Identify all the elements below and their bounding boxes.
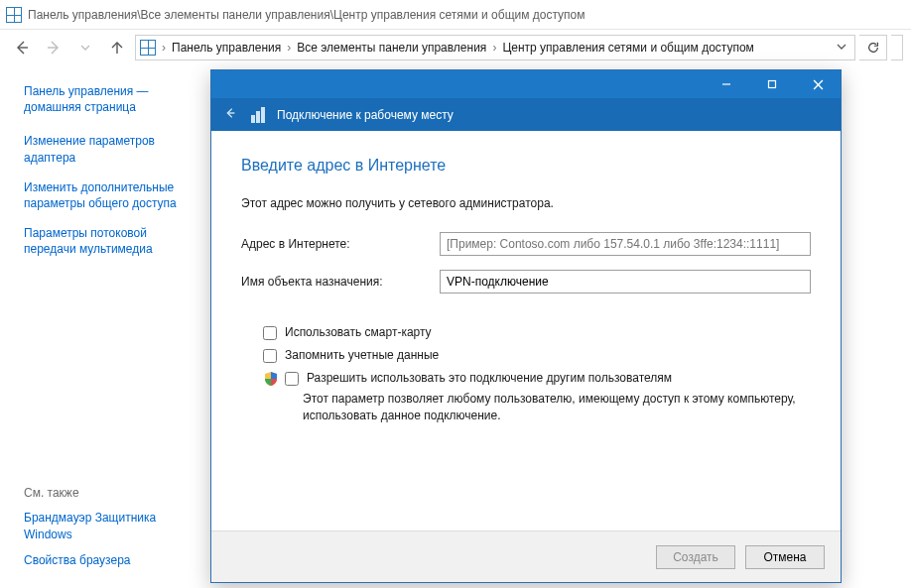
breadcrumb-item[interactable]: Все элементы панели управления xyxy=(297,41,486,55)
refresh-icon xyxy=(866,41,880,55)
arrow-up-icon xyxy=(109,40,125,56)
nav-forward-button[interactable] xyxy=(40,34,67,61)
sidebar-link-advanced-sharing[interactable]: Изменить дополнительные параметры общего… xyxy=(24,179,195,211)
dialog-footer: Создать Отмена xyxy=(211,530,841,582)
chevron-down-icon xyxy=(80,43,90,53)
dialog-header-title: Подключение к рабочему месту xyxy=(277,108,454,122)
remember-checkbox-row[interactable]: Запомнить учетные данные xyxy=(263,348,811,363)
dialog-body: Введите адрес в Интернете Этот адрес мож… xyxy=(211,131,841,530)
share-connection-checkbox-row[interactable]: Разрешить использовать это подключение д… xyxy=(285,371,672,386)
smartcard-checkbox-row[interactable]: Использовать смарт-карту xyxy=(263,325,811,340)
sidebar-link-adapter-settings[interactable]: Изменение параметров адаптера xyxy=(24,133,195,165)
breadcrumb-item[interactable]: Центр управления сетями и общим доступом xyxy=(502,41,754,55)
arrow-left-icon xyxy=(223,106,237,120)
breadcrumb-sep: › xyxy=(160,41,168,55)
minimize-icon xyxy=(721,79,731,89)
destination-name-input[interactable] xyxy=(440,270,811,294)
smartcard-checkbox-label: Использовать смарт-карту xyxy=(285,325,432,339)
window-title: Панель управления\Все элементы панели уп… xyxy=(28,8,586,22)
nav-up-button[interactable] xyxy=(103,34,131,61)
see-also-link-firewall[interactable]: Брандмауэр Защитника Windows xyxy=(24,510,195,541)
cancel-button[interactable]: Отмена xyxy=(745,545,825,569)
connect-workplace-dialog: Подключение к рабочему месту Введите адр… xyxy=(210,69,842,583)
internet-address-input[interactable] xyxy=(440,232,811,256)
arrow-left-icon xyxy=(14,40,30,56)
see-also-link-internet-options[interactable]: Свойства браузера xyxy=(24,552,195,568)
breadcrumb-sep: › xyxy=(285,41,293,55)
address-dropdown[interactable] xyxy=(833,41,850,55)
nav-history-dropdown[interactable] xyxy=(71,34,99,61)
close-icon xyxy=(813,79,824,90)
smartcard-checkbox[interactable] xyxy=(263,326,277,340)
control-panel-icon xyxy=(140,40,156,56)
sidebar-home-link[interactable]: Панель управления — домашняя страница xyxy=(24,83,195,115)
breadcrumb-item[interactable]: Панель управления xyxy=(172,41,281,55)
dialog-subtext: Этот адрес можно получить у сетевого адм… xyxy=(241,196,811,210)
dialog-close-button[interactable] xyxy=(795,70,841,98)
share-connection-description: Этот параметр позволяет любому пользоват… xyxy=(303,391,811,424)
svg-rect-4 xyxy=(769,81,776,88)
dialog-minimize-button[interactable] xyxy=(704,70,749,98)
create-button[interactable]: Создать xyxy=(656,545,735,569)
maximize-icon xyxy=(767,79,777,89)
refresh-button[interactable] xyxy=(859,35,887,60)
dialog-header: Подключение к рабочему месту xyxy=(211,98,841,131)
share-connection-checkbox[interactable] xyxy=(285,372,299,386)
window-titlebar: Панель управления\Все элементы панели уп… xyxy=(0,0,911,30)
control-panel-icon xyxy=(6,7,22,23)
destination-name-label: Имя объекта назначения: xyxy=(241,275,440,289)
nav-back-button[interactable] xyxy=(8,34,36,61)
workplace-icon xyxy=(251,107,267,123)
sidebar: Панель управления — домашняя страница Из… xyxy=(0,65,207,588)
nav-row: › Панель управления › Все элементы панел… xyxy=(0,30,911,65)
internet-address-label: Адрес в Интернете: xyxy=(241,237,440,251)
dialog-heading: Введите адрес в Интернете xyxy=(241,157,811,175)
dialog-maximize-button[interactable] xyxy=(749,70,795,98)
remember-credentials-checkbox[interactable] xyxy=(263,349,277,363)
search-field-partial[interactable] xyxy=(891,35,903,60)
arrow-right-icon xyxy=(46,40,62,56)
dialog-titlebar xyxy=(211,70,841,98)
sidebar-link-media-streaming[interactable]: Параметры потоковой передачи мультимедиа xyxy=(24,225,195,257)
share-connection-checkbox-label: Разрешить использовать это подключение д… xyxy=(307,371,672,385)
chevron-down-icon xyxy=(837,42,846,52)
breadcrumb-sep: › xyxy=(490,41,498,55)
see-also-heading: См. также xyxy=(24,486,195,500)
remember-checkbox-label: Запомнить учетные данные xyxy=(285,348,439,362)
dialog-back-button[interactable] xyxy=(219,106,241,123)
uac-shield-icon xyxy=(263,371,279,387)
address-bar[interactable]: › Панель управления › Все элементы панел… xyxy=(135,35,855,60)
